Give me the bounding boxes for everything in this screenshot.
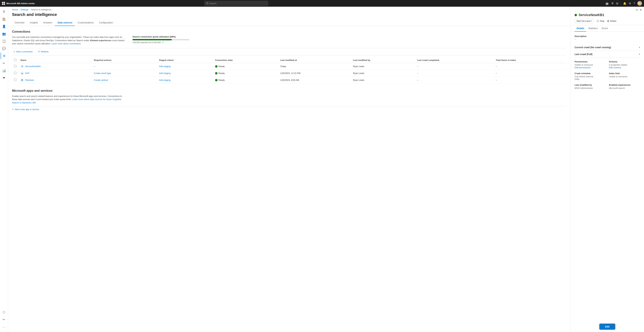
index-limit-label: Index limit	[609, 72, 640, 75]
sidebar-item-groups[interactable]: 👥	[1, 31, 7, 37]
crawl-schedule-value: Full refresh interval	[574, 75, 606, 78]
panel-content: Description – Current crawl (No crawl ru…	[570, 32, 644, 321]
stop-button[interactable]: ⬜ Stop	[596, 20, 604, 22]
enabled-exp-label: Enabled experiences	[609, 84, 640, 86]
breadcrumb-sep2: ›	[30, 9, 30, 11]
avatar[interactable]: RL	[637, 1, 642, 6]
crawl-schedule-section: Crawl schedule Full refresh interval Dai…	[574, 72, 606, 80]
panel-header: ServiceNowKB1 Start full-crawl ▾ ⬜ Stop …	[570, 13, 644, 25]
last-modified-section: Last modified by MOD Administrator	[574, 84, 606, 89]
grid-icon	[2, 2, 5, 5]
row1-total-items: –	[494, 63, 566, 70]
tab-configuration[interactable]: Configuration	[96, 20, 116, 26]
sidebar-item-health[interactable]: ❤	[1, 75, 7, 81]
last-crawl-row[interactable]: Last crawl (Full) ▾	[574, 51, 640, 58]
gear-icon[interactable]: ⚙	[629, 2, 631, 5]
tab-answers[interactable]: Answers	[41, 20, 55, 26]
sidebar-item-reports[interactable]: 📋	[1, 38, 7, 45]
info-icon[interactable]: ⓘ	[162, 41, 164, 44]
row3-staged-rollout[interactable]: Add staging	[157, 77, 213, 84]
row1-name[interactable]: ❄ ServiceNowKB1	[18, 63, 92, 70]
tab-customizations[interactable]: Customizations	[75, 20, 96, 26]
col-last-modified-by: Last modified by	[351, 57, 415, 63]
add-app-icon: +	[12, 108, 14, 111]
breadcrumb-home[interactable]: Home	[12, 8, 18, 11]
page-title: Search and intelligence	[12, 12, 566, 17]
row2-checkbox[interactable]	[14, 72, 16, 74]
sidebar-item-more[interactable]: ⋯	[1, 324, 7, 330]
row3-modified-by: Ryan Lewis	[351, 77, 415, 84]
edit-schema-link[interactable]: Edit schema	[609, 66, 621, 69]
sidebar-item-analytics[interactable]: 📊	[1, 67, 7, 74]
panel-toolbar: ↻ ✕	[570, 7, 644, 13]
sidebar-item-home[interactable]: 🏠	[1, 16, 7, 23]
search-bar[interactable]	[204, 1, 268, 6]
panel-tab-details[interactable]: Details	[574, 25, 586, 32]
panel-tab-errors[interactable]: Errors	[600, 25, 610, 32]
current-crawl-row[interactable]: Current crawl (No crawl running) ▾	[574, 44, 640, 51]
crawl-schedule-sub: Daily	[574, 78, 606, 80]
app-logo[interactable]: Microsoft 365 Admin center	[2, 2, 35, 5]
sidebar-item-menu[interactable]: ☰	[1, 8, 7, 15]
row2-total-items: –	[494, 70, 566, 77]
table-row: ❄ ServiceNowKB1 – Add staging Ready	[12, 63, 566, 70]
last-crawl-label: Last crawl (Full)	[574, 53, 592, 56]
help-icon[interactable]: ?	[634, 2, 635, 5]
sidebar-item-settings[interactable]: ⚙	[1, 53, 7, 59]
add-app-button[interactable]: + Add a new app or service	[12, 106, 566, 112]
row1-modified-by: Ryan Lewis	[351, 63, 415, 70]
refresh-button[interactable]: ↻ Refresh	[37, 50, 50, 54]
panel-tab-statistics[interactable]: Statistics	[586, 25, 600, 32]
apps-icon[interactable]: ⊞	[616, 2, 618, 5]
quota-bar-bg	[132, 39, 189, 40]
sidebar-item-edit[interactable]: ✏	[1, 60, 7, 67]
tab-overview[interactable]: Overview	[12, 20, 27, 26]
row3-state: Ready	[213, 77, 278, 84]
topbar-icons: 🤖 🖥 ⊞ 🔔 ⚙ ? RL	[605, 1, 642, 6]
table-row: ☁ SAP Create result type Add staging Rea…	[12, 70, 566, 77]
row1-state: Ready	[213, 63, 278, 70]
row2-modified-at: 1/25/2023, 12:15 PM	[278, 70, 351, 77]
select-all-checkbox[interactable]	[14, 59, 16, 61]
sidebar-item-messaging[interactable]: 💬	[1, 45, 7, 52]
quota-section: Search connection quota utilization (69%…	[132, 36, 189, 44]
add-connection-button[interactable]: + Add a connection	[12, 50, 34, 54]
row2-staged-rollout[interactable]: Add staging	[157, 70, 213, 77]
search-input[interactable]	[210, 2, 266, 5]
bell-icon[interactable]: 🔔	[623, 2, 626, 5]
svg-point-4	[206, 3, 208, 4]
schema-value: 5 properties added	[609, 64, 640, 66]
panel-close-button[interactable]: ✕	[640, 8, 642, 12]
start-crawl-button[interactable]: Start full-crawl ▾	[574, 19, 594, 23]
panel-refresh-button[interactable]: ↻	[636, 8, 638, 12]
tab-insights[interactable]: Insights	[27, 20, 40, 26]
row1-staged-rollout[interactable]: Add staging	[157, 63, 213, 70]
schema-section: Schema 5 properties added Edit schema	[609, 60, 640, 69]
connections-desc: You can build and customize connections …	[12, 36, 126, 45]
app-body: ☰ 🏠 👤 👥 📋 💬 ⚙ ✏ 📊 ❤ ⬡ ✏ ⋯ Home › Setting…	[0, 7, 644, 332]
video-icon[interactable]: 🖥	[611, 2, 614, 5]
last-modified-label: Last modified by	[574, 84, 606, 86]
index-limit-section: Index limit Visible to everyone	[609, 72, 640, 80]
row3-checkbox[interactable]	[14, 79, 16, 81]
delete-button[interactable]: 🗑 Delete	[607, 20, 616, 22]
row2-required-actions[interactable]: Create result type	[92, 70, 157, 77]
col-name: Name	[18, 57, 92, 63]
edit-permissions-link[interactable]: Edit permissions	[574, 66, 590, 69]
copilot-icon[interactable]: 🤖	[605, 2, 609, 5]
row2-name[interactable]: ☁ SAP	[18, 70, 92, 77]
sidebar-item-apps[interactable]: ⬡	[1, 309, 7, 315]
row3-name[interactable]: 🌐 Fileshare	[18, 77, 92, 84]
row1-checkbox[interactable]	[14, 65, 16, 67]
panel-actions: Start full-crawl ▾ ⬜ Stop 🗑 Delete	[574, 19, 640, 23]
breadcrumb-settings[interactable]: Settings	[20, 8, 28, 11]
svg-rect-2	[2, 4, 3, 5]
edit-button[interactable]: Edit	[600, 324, 615, 329]
row3-required-actions[interactable]: Create vertical	[92, 77, 157, 84]
sidebar-item-customize[interactable]: ✏	[1, 316, 7, 323]
tab-data-sources[interactable]: Data sources	[55, 20, 75, 26]
panel-footer: Edit	[570, 321, 644, 332]
row3-total-items: –	[494, 77, 566, 84]
learn-more-link[interactable]: Learn more about connections	[52, 42, 81, 45]
sidebar-item-users[interactable]: 👤	[1, 23, 7, 30]
